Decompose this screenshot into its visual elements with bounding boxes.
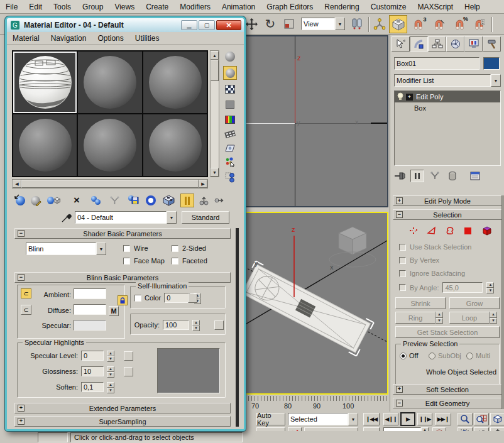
- rollout-edit-geometry[interactable]: −Edit Geometry: [393, 398, 502, 408]
- menu-options[interactable]: Options: [92, 32, 129, 45]
- menu-modifiers[interactable]: Modifiers: [174, 1, 216, 13]
- expand-plus-icon[interactable]: +: [406, 94, 413, 101]
- tab-display[interactable]: [464, 36, 483, 52]
- checkbox[interactable]: [399, 270, 406, 277]
- stack-item-edit-poly[interactable]: + Edit Poly: [395, 91, 500, 102]
- select-and-rotate-icon[interactable]: ↻: [263, 16, 278, 31]
- track-bar[interactable]: 70 80 90 100: [242, 395, 388, 412]
- opacity-row[interactable]: Opacity: 100 ▲▼: [132, 320, 224, 330]
- ignore-backfacing-row[interactable]: Ignore Backfacing: [399, 270, 465, 277]
- specular-level-map-button[interactable]: [124, 351, 133, 361]
- glossiness-map-button[interactable]: [124, 367, 133, 376]
- scroll-up-icon[interactable]: ▲: [211, 51, 219, 60]
- shader-dropdown[interactable]: Blinn ▼: [26, 243, 106, 255]
- angle-snap-3-icon[interactable]: 3: [410, 16, 425, 31]
- menu-animation[interactable]: Animation: [216, 1, 261, 13]
- go-to-start-icon[interactable]: ❙◀◀: [363, 413, 380, 425]
- spinner-snap-icon[interactable]: [471, 16, 486, 31]
- shrink-button[interactable]: Shrink: [395, 297, 446, 309]
- menu-material[interactable]: Material: [7, 32, 45, 45]
- collapse-icon[interactable]: −: [18, 230, 25, 237]
- collapse-icon[interactable]: −: [396, 211, 403, 218]
- menu-maxscript[interactable]: MAXScript: [412, 1, 459, 13]
- mirror-icon[interactable]: [349, 16, 364, 31]
- tab-modify[interactable]: [410, 36, 428, 52]
- soften-row[interactable]: Soften: 0,1 ▲▼: [20, 382, 114, 392]
- snaps-toggle-icon[interactable]: [389, 15, 407, 33]
- sample-slot[interactable]: [143, 114, 207, 176]
- show-end-result-icon[interactable]: [180, 194, 194, 207]
- checkbox[interactable]: [399, 257, 406, 264]
- material-editor-window[interactable]: G Material Editor - 04 - Default ▁ ▢ ✕ M…: [5, 16, 246, 431]
- self-illum-map-button[interactable]: [188, 293, 197, 303]
- show-map-in-viewport-icon[interactable]: [162, 194, 175, 207]
- tab-hierarchy[interactable]: [428, 36, 446, 52]
- loop-spinner[interactable]: ▲▼: [490, 312, 497, 324]
- menu-file[interactable]: File: [0, 1, 23, 13]
- use-stack-selection-row[interactable]: Use Stack Selection: [399, 243, 471, 251]
- ambient-color-swatch[interactable]: [74, 288, 106, 299]
- glossiness-value[interactable]: 10: [84, 368, 91, 375]
- loop-button[interactable]: Loop: [449, 312, 490, 324]
- tab-motion[interactable]: [446, 36, 464, 52]
- tab-create[interactable]: [392, 36, 410, 52]
- sample-slot[interactable]: [78, 114, 141, 176]
- object-name-field[interactable]: Box01: [394, 57, 479, 70]
- rollout-selection[interactable]: −Selection: [393, 209, 502, 220]
- maximize-button[interactable]: ▢: [199, 20, 215, 30]
- configure-modifier-sets-icon[interactable]: [468, 170, 482, 182]
- scroll-thumb[interactable]: [21, 180, 199, 188]
- slots-horizontal-scrollbar[interactable]: ◀ ▶: [12, 179, 208, 189]
- rollout-soft-selection[interactable]: +Soft Selection: [393, 384, 502, 395]
- menu-navigation[interactable]: Navigation: [45, 32, 92, 45]
- by-angle-field[interactable]: 45,0: [442, 282, 483, 293]
- faceted-checkbox-row[interactable]: Faceted: [172, 257, 207, 265]
- auto-key-button[interactable]: Auto Key: [256, 413, 285, 425]
- rollout-extended-parameters[interactable]: +Extended Parameters: [14, 403, 231, 413]
- ambient-diffuse-lock-left-icon[interactable]: ⊂: [21, 288, 31, 298]
- expand-icon[interactable]: +: [396, 197, 403, 204]
- glossiness-row[interactable]: Glossiness: 10 ▲▼: [20, 366, 133, 376]
- scroll-down-icon[interactable]: ▼: [211, 168, 219, 177]
- selection-filter-dropdown[interactable]: Selected ▼: [288, 413, 358, 425]
- menu-customize[interactable]: Customize: [365, 1, 412, 13]
- ring-button[interactable]: Ring: [395, 312, 436, 324]
- video-color-check-icon[interactable]: [223, 112, 237, 126]
- opacity-value[interactable]: 100: [165, 321, 177, 329]
- material-editor-titlebar[interactable]: G Material Editor - 04 - Default ▁ ▢ ✕: [7, 18, 244, 32]
- next-frame-icon[interactable]: ❙❙▶: [417, 413, 432, 425]
- select-and-move-icon[interactable]: [244, 16, 259, 31]
- lightbulb-icon[interactable]: [397, 92, 404, 101]
- opacity-spinner[interactable]: ▲▼: [192, 320, 200, 330]
- make-unique-material-icon[interactable]: [107, 194, 121, 207]
- go-to-parent-icon[interactable]: [197, 194, 211, 207]
- viewport-perspective-active[interactable]: z y x: [243, 212, 388, 395]
- scroll-right-icon[interactable]: ▶: [199, 180, 207, 188]
- rollout-supersampling[interactable]: +SuperSampling: [14, 416, 231, 427]
- minimize-button[interactable]: ▁: [181, 20, 197, 30]
- put-material-to-scene-icon[interactable]: [28, 194, 42, 207]
- by-vertex-row[interactable]: By Vertex: [399, 256, 439, 264]
- zoom-icon[interactable]: [457, 413, 473, 425]
- wire-checkbox-row[interactable]: Wire: [123, 244, 148, 252]
- close-button[interactable]: ✕: [216, 20, 241, 30]
- material-type-button[interactable]: Standard: [182, 211, 229, 224]
- background-icon[interactable]: [223, 82, 237, 96]
- checkbox[interactable]: [399, 244, 406, 251]
- panel-scrollbar[interactable]: [501, 195, 504, 409]
- modifier-stack[interactable]: + Edit Poly Box: [394, 90, 501, 166]
- opacity-map-button[interactable]: [214, 320, 224, 330]
- zoom-all-icon[interactable]: [474, 413, 489, 425]
- face-map-checkbox-row[interactable]: Face Map: [123, 257, 165, 265]
- color-checkbox[interactable]: [134, 295, 141, 302]
- select-and-scale-icon[interactable]: [282, 16, 297, 31]
- options-icon[interactable]: [223, 141, 237, 155]
- reset-map-icon[interactable]: ×: [70, 194, 84, 207]
- menu-tools[interactable]: Tools: [48, 1, 77, 13]
- diffuse-specular-lock-left-icon[interactable]: ⊂: [21, 305, 31, 315]
- chevron-down-icon[interactable]: ▼: [167, 211, 177, 224]
- make-unique-icon[interactable]: [428, 170, 442, 182]
- preview-multi-radio[interactable]: Multi: [466, 352, 490, 359]
- by-angle-spinner[interactable]: ▲▼: [486, 282, 494, 293]
- self-illum-value[interactable]: 0: [167, 294, 170, 302]
